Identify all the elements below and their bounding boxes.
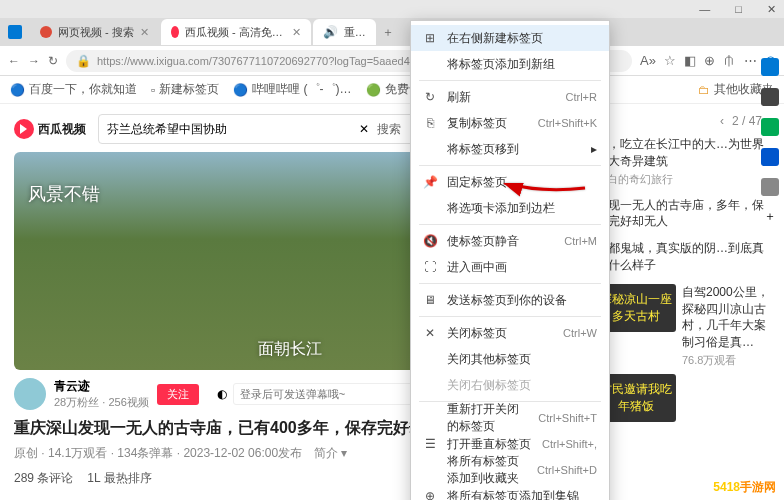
context-menu-item: 关闭右侧标签页 <box>411 372 609 398</box>
page-icon: ▫ <box>151 83 155 97</box>
bookmark-item[interactable]: 🔵百度一下，你就知道 <box>10 81 137 98</box>
recommend-item[interactable]: 探秘凉山一座多天古村 自驾2000公里，探秘四川凉山古村，几千年大案制习俗是真…… <box>596 284 774 368</box>
recommend-item[interactable]: …都鬼城，真实版的阴…到底真是什么样子 <box>596 240 774 274</box>
menu-shortcut: Ctrl+W <box>563 327 597 339</box>
video-caption: 风景不错 <box>28 182 100 206</box>
menu-item-label: 在右侧新建标签页 <box>447 30 597 47</box>
tab-title: 重… <box>344 25 366 40</box>
menu-item-icon: 📌 <box>423 175 437 189</box>
context-menu-item[interactable]: ↻刷新Ctrl+R <box>411 84 609 110</box>
author-avatar[interactable] <box>14 378 46 410</box>
bookmarks-bar: 🔵百度一下，你就知道 ▫新建标签页 🔵哔哩哔哩 (゜-゜)… 🟢免费专区视频-腾… <box>0 76 784 104</box>
back-button[interactable]: ← <box>8 54 20 68</box>
menu-shortcut: Ctrl+Shift+K <box>538 117 597 129</box>
watermark: 5418手游网 <box>713 475 776 496</box>
screenshot-icon[interactable]: ⫛ <box>723 53 736 68</box>
recommend-item[interactable]: …，吃立在长江中的大…为世界八大奇异建筑小白的奇幻旅行 <box>596 136 774 187</box>
read-aloud-icon[interactable]: A» <box>640 53 656 68</box>
context-menu-item[interactable]: ✕关闭标签页Ctrl+W <box>411 320 609 346</box>
close-tab-icon[interactable]: ✕ <box>292 26 301 39</box>
audio-icon: 🔊 <box>323 25 338 39</box>
menu-item-label: 刷新 <box>447 89 556 106</box>
favorite-icon[interactable]: ☆ <box>664 53 676 68</box>
sidebar-icon[interactable] <box>761 58 779 76</box>
context-menu-item[interactable]: ⊞在右侧新建标签页 <box>411 25 609 51</box>
site-icon: 🔵 <box>233 83 248 97</box>
menu-item-label: 关闭标签页 <box>447 325 553 342</box>
search-input[interactable] <box>107 122 359 136</box>
tab-bar: 网页视频 - 搜索 ✕ 西瓜视频 - 高清免费在线视频 - ✕ 🔊 重… ＋ <box>0 18 784 46</box>
sidebar-icon[interactable] <box>761 118 779 136</box>
annotation-arrow <box>500 183 590 236</box>
refresh-button[interactable]: ↻ <box>48 54 58 68</box>
tab-context-menu: ⊞在右侧新建标签页将标签页添加到新组↻刷新Ctrl+R⎘复制标签页Ctrl+Sh… <box>410 20 610 500</box>
menu-shortcut: Ctrl+Shift+T <box>538 412 597 424</box>
site-icon: 🟢 <box>366 83 381 97</box>
browser-sidebar: ＋ <box>756 48 784 348</box>
context-menu-item[interactable]: 将标签页添加到新组 <box>411 51 609 77</box>
context-menu-item[interactable]: 将标签页移到▸ <box>411 136 609 162</box>
menu-shortcut: Ctrl+M <box>564 235 597 247</box>
author-stats: 28万粉丝 · 256视频 <box>54 395 149 410</box>
sidebar-icon[interactable] <box>761 88 779 106</box>
sidebar-icon[interactable] <box>761 148 779 166</box>
app-icon <box>8 25 22 39</box>
sidebar: ‹2 / 47› …，吃立在长江中的大…为世界八大奇异建筑小白的奇幻旅行 发现一… <box>586 104 784 500</box>
add-sidebar-icon[interactable]: ＋ <box>764 208 776 225</box>
danmu-toggle[interactable]: ◐ <box>217 387 227 401</box>
menu-item-icon: 🖥 <box>423 293 437 307</box>
menu-item-icon: ⛶ <box>423 260 437 274</box>
tab-title: 西瓜视频 - 高清免费在线视频 - <box>185 25 286 40</box>
sort-hot[interactable]: 1L 最热排序 <box>87 470 151 487</box>
site-logo[interactable]: 西瓜视频 <box>14 119 86 139</box>
author-name[interactable]: 青云迹 <box>54 378 149 395</box>
folder-icon: 🗀 <box>698 83 710 97</box>
close-window-button[interactable]: ✕ <box>767 3 776 16</box>
context-menu-item[interactable]: ⛶进入画中画 <box>411 254 609 280</box>
maximize-button[interactable]: □ <box>735 3 742 15</box>
comment-count: 289 条评论 <box>14 470 73 487</box>
bookmark-item[interactable]: ▫新建标签页 <box>151 81 219 98</box>
menu-item-icon: ↻ <box>423 90 437 104</box>
video-meta: 原创 · 14.1万观看 · 134条弹幕 · 2023-12-02 06:00… <box>14 445 302 462</box>
context-menu-item[interactable]: 🖥发送标签页到你的设备 <box>411 287 609 313</box>
tab-favicon <box>171 26 179 38</box>
context-menu-item[interactable]: 关闭其他标签页 <box>411 346 609 372</box>
tab-title: 网页视频 - 搜索 <box>58 25 134 40</box>
tab-2[interactable]: 西瓜视频 - 高清免费在线视频 - ✕ <box>161 19 311 45</box>
tab-1[interactable]: 网页视频 - 搜索 ✕ <box>30 19 159 45</box>
tab-favicon <box>40 26 52 38</box>
recommend-item[interactable]: 村民邀请我吃年猪饭 <box>596 374 774 422</box>
menu-item-label: 进入画中画 <box>447 259 597 276</box>
menu-item-label: 关闭右侧标签页 <box>447 377 597 394</box>
follow-button[interactable]: 关注 <box>157 384 199 405</box>
menu-item-label: 重新打开关闭的标签页 <box>447 401 528 435</box>
sidebar-icon[interactable] <box>761 178 779 196</box>
intro-toggle[interactable]: 简介 ▾ <box>314 445 347 462</box>
menu-item-label: 将所有标签页添加到收藏夹 <box>447 453 527 487</box>
menu-item-icon: ⊞ <box>423 31 437 45</box>
video-caption: 面朝长江 <box>258 339 322 360</box>
tab-3[interactable]: 🔊 重… <box>313 19 376 45</box>
context-menu-item[interactable]: ⎘复制标签页Ctrl+Shift+K <box>411 110 609 136</box>
context-menu-item[interactable]: 重新打开关闭的标签页Ctrl+Shift+T <box>411 405 609 431</box>
context-menu-item[interactable]: 将所有标签页添加到收藏夹Ctrl+Shift+D <box>411 457 609 483</box>
prev-page[interactable]: ‹ <box>720 114 724 128</box>
menu-item-icon: ⊕ <box>423 489 437 500</box>
collections-icon[interactable]: ⊕ <box>704 53 715 68</box>
submenu-arrow: ▸ <box>591 142 597 156</box>
minimize-button[interactable]: — <box>699 3 710 15</box>
new-tab-button[interactable]: ＋ <box>382 24 394 41</box>
recommend-item[interactable]: 发现一无人的古寺庙，多年，保存完好却无人 <box>596 197 774 231</box>
menu-item-label: 复制标签页 <box>447 115 528 132</box>
logo-icon <box>14 119 34 139</box>
search-button[interactable]: 搜索 <box>369 121 409 138</box>
clear-icon[interactable]: ✕ <box>359 122 369 136</box>
extension-icon[interactable]: ◧ <box>684 53 696 68</box>
search-box[interactable]: ✕ 搜索 <box>98 114 418 144</box>
close-tab-icon[interactable]: ✕ <box>140 26 149 39</box>
forward-button[interactable]: → <box>28 54 40 68</box>
menu-item-label: 关闭其他标签页 <box>447 351 597 368</box>
menu-item-label: 将所有标签页添加到集锦 <box>447 488 597 501</box>
bookmark-item[interactable]: 🔵哔哩哔哩 (゜-゜)… <box>233 81 351 98</box>
